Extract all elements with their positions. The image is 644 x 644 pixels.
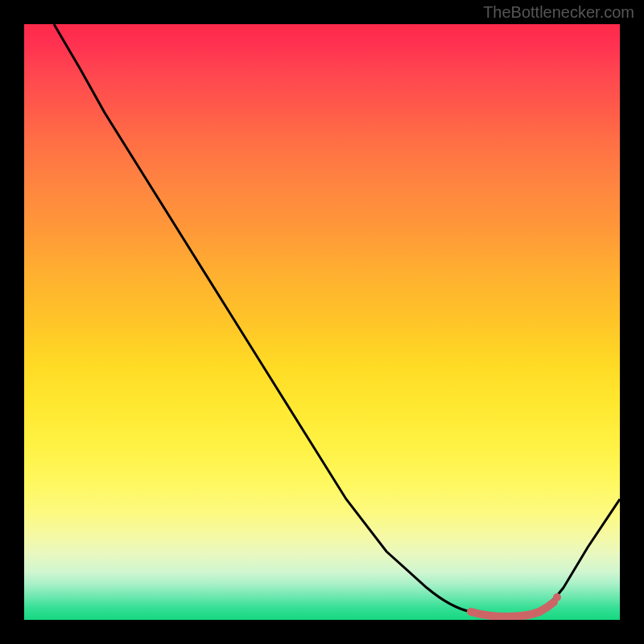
bottleneck-curve-svg	[24, 24, 620, 620]
chart-area	[24, 24, 620, 620]
optimal-zone-end-dot	[553, 593, 561, 601]
watermark-text: TheBottlenecker.com	[483, 3, 634, 22]
optimal-zone-marker	[471, 602, 554, 617]
main-curve	[54, 24, 620, 615]
